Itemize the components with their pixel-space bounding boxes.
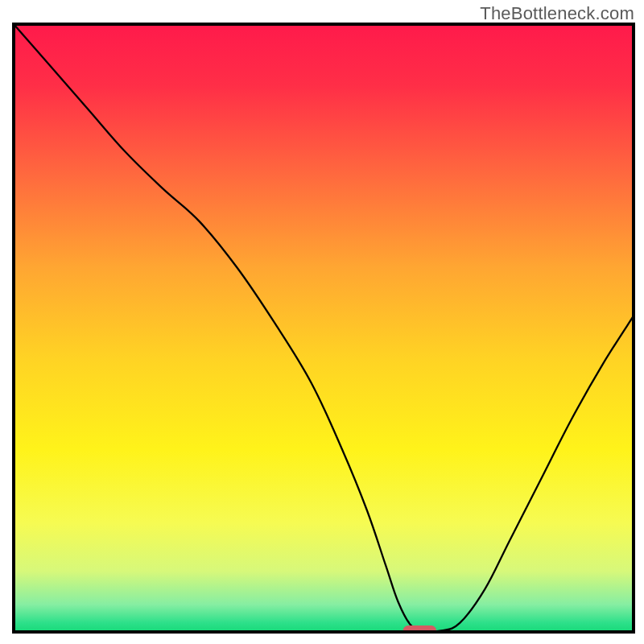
chart-container: TheBottleneck.com [0,0,644,644]
gradient-background [14,24,634,632]
watermark-text: TheBottleneck.com [480,3,634,24]
bottleneck-chart [0,0,644,644]
